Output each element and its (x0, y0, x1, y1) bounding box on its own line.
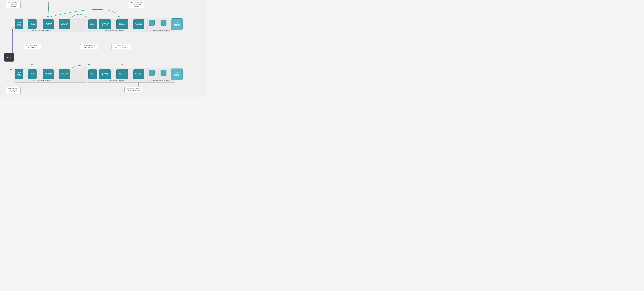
label-gather-weights-2: GATHER WEIGHTS(ALL_GATHER) (80, 44, 98, 49)
fsdp-top-forward-label: FSDP instance 1: N layers (32, 30, 51, 32)
data-box: Data (4, 53, 14, 62)
node-all-gather-bot-bwd: ALL-GATHER (88, 69, 97, 79)
fsdp-bot-backward-label: FSDP instance 1: N layers (105, 80, 124, 82)
node-free-full-weights-bot-bwd: FREE FULLWEIGHTS (133, 69, 144, 79)
annotation-bottom-left: Load shard From CPU if CPU Offloaded (6, 87, 20, 94)
node-small-bot-1 (149, 70, 155, 76)
update-weights-top: UPDATEWEIGHTS(LOCAL) (171, 18, 183, 30)
node-all-gather-top-bwd: ALL-GATHER (88, 19, 97, 29)
fsdp-bot-forward-label: FSDP instance 1: N layers (32, 80, 51, 82)
annotation-top-right: Offload grads to CPU if CPU offload is e… (128, 1, 144, 8)
diagram-container: Load shard From CPU if CPU Offloaded Off… (0, 0, 206, 97)
node-all-gather-top-fwd: ALL-GATHER (28, 19, 36, 29)
label-gather-weights-1: GATHER WEIGHTS(ALL_GATHER) (24, 44, 41, 49)
node-reduce-scatter-bot: REDUCE-SCATTER (116, 69, 128, 79)
update-weights-bot: UPDATEWEIGHTS(LOCAL) (171, 68, 183, 80)
node-reduce-scatter-top: REDUCE-SCATTER (116, 19, 128, 29)
node-all-gather-bot-fwd: ALL-GATHER (28, 69, 36, 79)
node-forward-local-bot: FORWARD(LOCAL) (43, 69, 54, 79)
node-backward-local-top: BACKWARD(LOCAL) (99, 19, 111, 29)
node-load-model-shard-top: LOAD-MODELSHARD (15, 19, 23, 29)
node-load-model-shard-bot: LOAD-MODELSHARD (15, 69, 23, 79)
fsdp-top-backward-label: FSDP instance 1: N layers (105, 30, 124, 32)
fsdp-top-n-label: FSDP instance N: M layers (150, 30, 170, 32)
fsdp-bot-n-label: FSDP instance N: M layers (150, 80, 170, 82)
node-free-full-weights-top-bwd: FREE FULLWEIGHTS (133, 19, 144, 29)
annotation-bottom-right: Offload grads to CPU if CPU offload is e… (124, 87, 142, 92)
node-free-full-weights-bot-fwd: FREE FULLWEIGHTS (59, 69, 70, 79)
node-small-top-1 (149, 20, 155, 26)
node-forward-local-top: FORWARD(LOCAL) (43, 19, 54, 29)
node-free-full-weights-top-fwd: FREE FULLWEIGHTS (59, 19, 70, 29)
label-sync-grads: SYNC GRADS(REDUCE_SCATTER) (112, 44, 132, 49)
node-small-top-2 (160, 20, 166, 26)
annotation-top-left: Load shard From CPU if CPU Offloaded (6, 1, 20, 8)
node-small-bot-2 (160, 70, 166, 76)
node-backward-local-bot: BACKWARD(LOCAL) (99, 69, 111, 79)
